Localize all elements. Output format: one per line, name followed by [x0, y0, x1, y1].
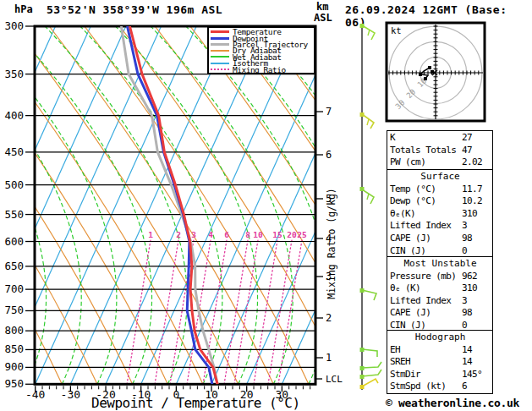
info-row-label: StmDir — [390, 369, 462, 381]
mixing-ratio-label: 20 — [287, 230, 297, 239]
pressure-tick-label: 900 — [4, 360, 24, 373]
info-row-label: EH — [390, 344, 462, 357]
info-row: CIN (J)0 — [390, 245, 491, 258]
pressure-tick-label: 750 — [4, 304, 24, 316]
copyright: © weatheronline.co.uk — [386, 397, 519, 409]
mixing-ratio-label: 3 — [191, 230, 196, 239]
wind-barb-icon — [362, 349, 377, 357]
info-row: StmDir145° — [390, 369, 491, 381]
lcl-label: LCL — [326, 374, 343, 385]
info-row-value: 0 — [462, 245, 491, 258]
pressure-tick-label: 450 — [4, 145, 24, 158]
pressure-tick-label: 350 — [4, 68, 24, 80]
info-row-value: 3 — [462, 220, 491, 233]
legend-swatch-temperature — [211, 30, 229, 33]
info-row-value: 98 — [462, 307, 491, 320]
mixing-ratio-label: 8 — [245, 230, 250, 239]
legend-swatch-dry-adiabat — [211, 50, 229, 52]
info-row-label: Pressure (mb) — [390, 271, 462, 283]
info-row-value: 3 — [462, 295, 491, 308]
info-row: θₑ(K)310 — [390, 208, 491, 221]
mixing-ratio-lines: 12346810152025 — [127, 230, 307, 384]
info-row-label: K — [390, 132, 462, 145]
hodograph-trace-point — [419, 73, 422, 76]
legend-swatch-isotherm — [211, 63, 229, 64]
info-row-label: CIN (J) — [390, 245, 462, 258]
info-row-label: θₑ (K) — [390, 282, 462, 295]
info-row-value: 10.2 — [462, 195, 491, 208]
info-box-surface: SurfaceTemp (°C)11.7Dewp (°C)10.2θₑ(K)31… — [387, 169, 493, 258]
mixing-ratio-label: 15 — [272, 230, 282, 239]
info-row-label: Lifted Index — [390, 220, 462, 233]
info-row: CAPE (J)98 — [390, 307, 491, 320]
info-row-label: CAPE (J) — [390, 307, 462, 320]
info-row-label: Totals Totals — [390, 145, 462, 157]
info-row-value: 27 — [462, 132, 491, 145]
legend: TemperatureDewpointParcel TrajectoryDry … — [207, 26, 315, 74]
info-row-label: Lifted Index — [390, 295, 462, 308]
info-row: Totals Totals47 — [390, 145, 491, 157]
info-row: EH14 — [390, 344, 491, 357]
info-box-indices: K27Totals Totals47PW (cm)2.02 — [387, 130, 493, 170]
pressure-tick-label: 500 — [4, 178, 24, 191]
info-row: Dewp (°C)10.2 — [390, 195, 491, 208]
legend-item: Mixing Ratio — [211, 66, 314, 72]
info-row: Pressure (mb)962 — [390, 271, 491, 283]
info-row: Temp (°C)11.7 — [390, 184, 491, 196]
info-row: θₑ (K)310 — [390, 282, 491, 295]
wind-barb-icon — [362, 370, 381, 376]
mixing-ratio-label: 2 — [176, 230, 181, 239]
info-row: Lifted Index3 — [390, 220, 491, 233]
info-row: CAPE (J)98 — [390, 233, 491, 245]
info-row-value: 14 — [462, 356, 491, 369]
info-box-most-unstable: Most UnstablePressure (mb)962θₑ (K)310Li… — [387, 256, 493, 333]
info-row-label: θₑ(K) — [390, 208, 462, 221]
km-tick-label: 7 — [326, 106, 332, 118]
info-row: K27 — [390, 132, 491, 145]
info-row: Lifted Index3 — [390, 295, 491, 308]
pressure-tick-label: 850 — [4, 342, 24, 355]
pressure-tick-label: 400 — [4, 109, 24, 122]
km-tick-label: 1 — [326, 352, 332, 364]
wind-barb-icon — [362, 290, 376, 300]
wind-barbs — [360, 24, 382, 390]
info-row-label: Temp (°C) — [390, 184, 462, 196]
dry-adiabat-line — [507, 26, 532, 384]
pressure-tick-label: 600 — [4, 235, 24, 248]
hodograph-trace-point — [428, 66, 431, 69]
legend-swatch-parcel-trajectory — [211, 43, 229, 46]
info-row-label: StmSpd (kt) — [390, 381, 462, 393]
info-row-value: 310 — [462, 208, 491, 221]
info-row-value: 14 — [462, 344, 491, 357]
mixing-ratio-label: 4 — [208, 230, 213, 239]
km-tick-label: 6 — [326, 149, 332, 161]
wind-barb-icon — [362, 379, 378, 386]
info-box-title: Surface — [390, 171, 491, 184]
temp-tick-label: -40 — [25, 388, 45, 401]
wet-adiabat-line — [503, 26, 532, 384]
info-row-value: 962 — [462, 271, 491, 283]
wind-barb-feather — [367, 119, 369, 125]
mixing-ratio-line — [155, 240, 178, 384]
pressure-tick-label: 550 — [4, 208, 24, 221]
wind-barb-icon — [362, 362, 381, 368]
wind-barb-feather — [368, 30, 370, 36]
info-row-value: 98 — [462, 233, 491, 245]
info-row: StmSpd (kt)6 — [390, 381, 491, 393]
legend-label: Mixing Ratio — [233, 67, 286, 73]
info-row-label: CAPE (J) — [390, 233, 462, 245]
info-row-value: 11.7 — [462, 184, 491, 196]
pressure-tick-label: 950 — [4, 377, 24, 390]
legend-swatch-wet-adiabat — [211, 56, 229, 58]
km-tick-label: 2 — [326, 312, 332, 324]
temp-tick-label: -30 — [61, 388, 80, 401]
hodograph-unit-label: kt — [391, 25, 402, 36]
pressure-tick-label: 700 — [4, 282, 24, 295]
legend-swatch-dewpoint — [211, 37, 229, 40]
legend-swatch-mixing-ratio — [211, 68, 229, 70]
info-row-label: Dewp (°C) — [390, 195, 462, 208]
info-row-value: 145° — [462, 369, 491, 381]
info-row-label: PW (cm) — [390, 156, 462, 169]
mixing-ratio-label: 1 — [148, 230, 153, 239]
hodograph: 102030kt — [387, 23, 485, 121]
